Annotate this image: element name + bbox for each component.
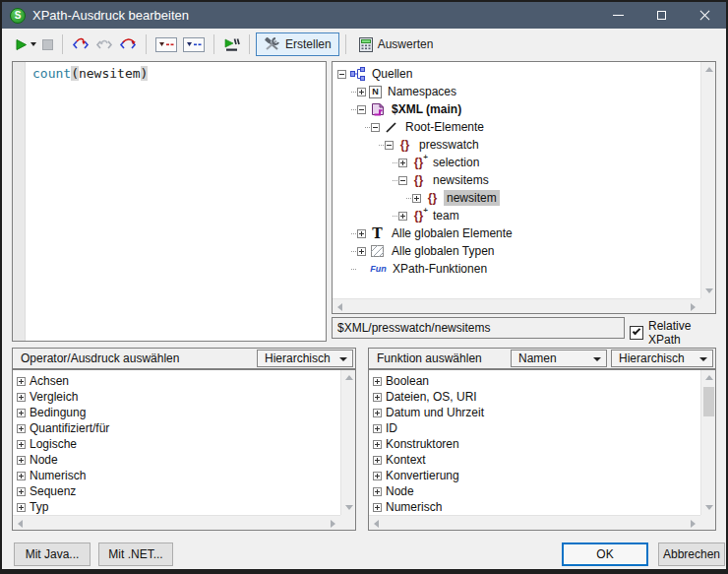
expand-icon[interactable] xyxy=(17,487,26,496)
operator-item-sequenz[interactable]: Sequenz xyxy=(13,483,340,499)
tree-item-namespaces[interactable]: NNamespaces xyxy=(333,83,700,100)
cancel-button[interactable]: Abbrechen xyxy=(658,542,725,566)
scroll-down-icon[interactable] xyxy=(705,288,713,293)
step-into-button[interactable] xyxy=(69,32,92,56)
expand-icon[interactable] xyxy=(373,393,382,402)
expand-icon[interactable] xyxy=(373,440,382,449)
tree-vertical-scrollbar[interactable] xyxy=(700,62,715,298)
tree-item-alle-globalen-elemente[interactable]: TAlle globalen Elemente xyxy=(333,224,700,242)
tree-item-xpath-funktionen[interactable]: FunXPath-Funktionen xyxy=(333,260,700,278)
collapse-icon[interactable] xyxy=(371,123,380,132)
operator-sort-dropdown[interactable]: Hierarchisch xyxy=(257,350,353,367)
scroll-down-icon[interactable] xyxy=(345,505,353,510)
expand-icon[interactable] xyxy=(373,409,382,417)
insert-breakpoint-button[interactable] xyxy=(152,32,180,56)
expand-icon[interactable] xyxy=(373,456,382,465)
expand-icon[interactable] xyxy=(17,409,26,417)
step-over-button[interactable] xyxy=(116,32,140,56)
scroll-right-icon[interactable] xyxy=(691,303,696,311)
collapse-icon[interactable] xyxy=(385,141,394,150)
ok-button[interactable]: OK xyxy=(562,542,648,566)
operator-item-vergleich[interactable]: Vergleich xyxy=(13,389,340,405)
scroll-left-icon[interactable] xyxy=(374,520,379,528)
operator-horizontal-scrollbar[interactable] xyxy=(13,515,340,530)
run-dropdown-icon[interactable] xyxy=(30,42,36,46)
expand-icon[interactable] xyxy=(373,424,382,433)
function-item-numerisch[interactable]: Numerisch xyxy=(369,499,700,515)
expand-icon[interactable] xyxy=(373,377,382,386)
tree-item-quellen[interactable]: Quellen xyxy=(333,65,700,83)
function-item-id[interactable]: ID xyxy=(369,420,700,436)
xpath-expression-text[interactable]: count(newsitem) xyxy=(32,66,148,81)
relative-xpath-checkbox[interactable] xyxy=(630,326,643,340)
function-vertical-scrollbar[interactable] xyxy=(700,370,715,515)
tree-item-newsitem[interactable]: {}newsitem xyxy=(333,189,700,207)
tree-item-selection[interactable]: {}+selection xyxy=(333,154,700,171)
function-item-kontext[interactable]: Kontext xyxy=(369,452,700,468)
function-item-dateien-os-uri[interactable]: Dateien, OS, URI xyxy=(369,389,700,405)
operator-item-node[interactable]: Node xyxy=(13,452,340,468)
scroll-up-icon[interactable] xyxy=(705,375,713,380)
xpath-expression-editor[interactable]: count(newsitem) xyxy=(12,61,327,342)
scroll-left-icon[interactable] xyxy=(337,303,342,311)
operator-vertical-scrollbar[interactable] xyxy=(340,370,355,515)
mit-dotnet-button[interactable]: Mit .NET... xyxy=(98,542,173,566)
close-button[interactable] xyxy=(683,2,726,29)
function-item-konstruktoren[interactable]: Konstruktoren xyxy=(369,436,700,452)
function-item-datum-und-uhrzeit[interactable]: Datum und Uhrzeit xyxy=(369,405,700,420)
operator-item-numerisch[interactable]: Numerisch xyxy=(13,468,340,483)
insert-tracepoint-button[interactable] xyxy=(180,32,208,56)
expand-icon[interactable] xyxy=(17,393,26,402)
maximize-button[interactable] xyxy=(639,2,683,29)
tree-item-alle-globalen-typen[interactable]: Alle globalen Typen xyxy=(333,242,700,260)
operator-item-quantifiziert-f-r[interactable]: Quantifiziert/für xyxy=(13,420,340,436)
expand-icon[interactable] xyxy=(398,212,407,221)
operator-item-logische[interactable]: Logische xyxy=(13,436,340,452)
function-item-node[interactable]: Node xyxy=(369,483,700,499)
scroll-right-icon[interactable] xyxy=(331,520,335,528)
function-filter-dropdown[interactable]: Namen xyxy=(511,350,607,367)
scroll-left-icon[interactable] xyxy=(18,520,23,528)
function-horizontal-scrollbar[interactable] xyxy=(369,515,700,530)
expand-icon[interactable] xyxy=(17,503,26,512)
run-evaluation-button[interactable] xyxy=(12,32,39,56)
tree-horizontal-scrollbar[interactable] xyxy=(333,298,700,313)
auswerten-tab-button[interactable]: Auswerten xyxy=(352,32,441,56)
expand-icon[interactable] xyxy=(357,247,366,256)
selected-xpath-field[interactable]: $XML/presswatch/newsitems xyxy=(332,317,625,339)
tree-item-presswatch[interactable]: {}presswatch xyxy=(333,136,700,154)
expand-icon[interactable] xyxy=(17,424,26,433)
mit-java-button[interactable]: Mit Java... xyxy=(14,542,91,566)
operator-item-achsen[interactable]: Achsen xyxy=(13,373,340,389)
expand-icon[interactable] xyxy=(412,194,421,203)
step-out-button[interactable] xyxy=(92,32,116,56)
stop-button[interactable] xyxy=(39,32,56,56)
expand-icon[interactable] xyxy=(17,440,26,449)
minimize-button[interactable] xyxy=(596,2,639,29)
expand-icon[interactable] xyxy=(17,456,26,465)
scroll-down-icon[interactable] xyxy=(705,505,713,510)
expand-icon[interactable] xyxy=(17,472,26,480)
expand-icon[interactable] xyxy=(17,377,26,386)
tree-item-newsitems[interactable]: {}newsitems xyxy=(333,171,700,189)
expand-icon[interactable] xyxy=(357,229,366,238)
scrollbar-thumb[interactable] xyxy=(703,387,714,416)
tree-item-root-elemente[interactable]: Root-Elemente xyxy=(333,118,700,136)
operator-item-bedingung[interactable]: Bedingung xyxy=(13,405,340,420)
collapse-icon[interactable] xyxy=(337,70,346,79)
function-sort-dropdown[interactable]: Hierarchisch xyxy=(611,350,713,367)
scroll-up-icon[interactable] xyxy=(345,375,353,380)
collapse-icon[interactable] xyxy=(398,176,407,185)
erstellen-tab-button[interactable]: Erstellen xyxy=(256,32,339,56)
tree-item-team[interactable]: {}+team xyxy=(333,207,700,224)
expand-icon[interactable] xyxy=(398,159,407,167)
operator-item-typ[interactable]: Typ xyxy=(13,499,340,515)
expand-icon[interactable] xyxy=(373,487,382,496)
tree-item-xml-main[interactable]: $XML (main) xyxy=(333,100,700,118)
expand-icon[interactable] xyxy=(373,503,382,512)
expand-icon[interactable] xyxy=(373,472,382,480)
scroll-right-icon[interactable] xyxy=(691,520,696,528)
relative-xpath-option[interactable]: Relative XPath xyxy=(630,319,726,347)
expand-icon[interactable] xyxy=(357,88,366,96)
function-item-konvertierung[interactable]: Konvertierung xyxy=(369,468,700,483)
